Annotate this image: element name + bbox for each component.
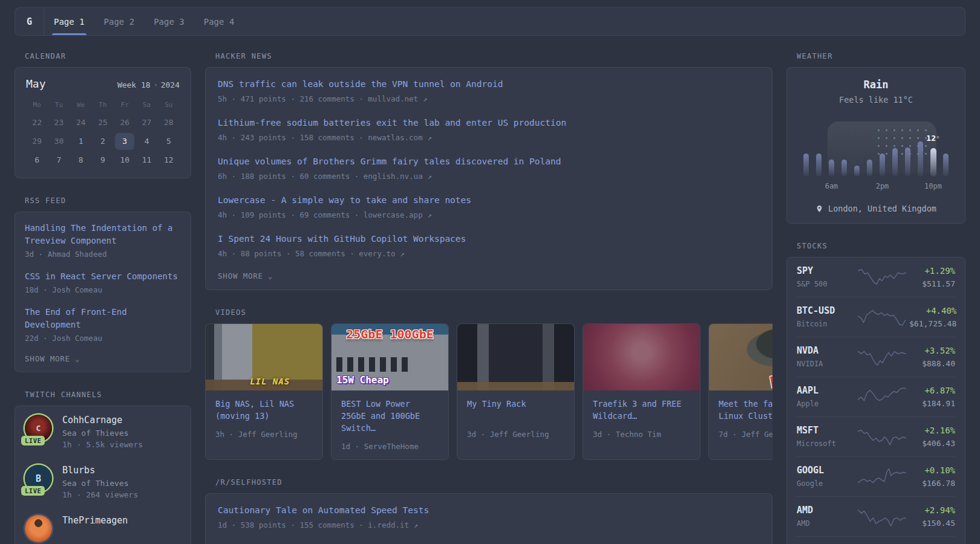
stock-row[interactable]: AAPL Apple +6.87% $184.91 — [797, 377, 955, 416]
video-thumbnail[interactable] — [457, 324, 574, 390]
calendar-day[interactable]: 11 — [136, 151, 157, 169]
calendar-day[interactable]: 23 — [48, 113, 70, 132]
channel-info: ThePrimeagen — [62, 515, 128, 542]
page-tab[interactable]: Page 4 — [202, 8, 237, 35]
video-thumbnail[interactable]: LIL NAS — [206, 324, 322, 390]
video-card[interactable]: 25GbE 100GbE 15W Cheap BEST Low Power 25… — [331, 323, 449, 460]
video-title[interactable]: BEST Low Power 25GbE and 100GbE Switch… — [341, 398, 439, 434]
video-thumbnail[interactable] — [583, 324, 700, 390]
rss-show-more-button[interactable]: SHOW MORE — [25, 354, 181, 363]
temperature-bar[interactable] — [905, 147, 910, 176]
stock-row[interactable]: AMD AMD +2.94% $150.45 — [797, 496, 955, 536]
video-card[interactable]: My Tiny Rack 3d · Jeff Geerling — [457, 323, 575, 460]
stock-row[interactable]: MSFT Microsoft +2.16% $406.43 — [797, 416, 955, 456]
hackernews-item: DNS traffic can leak outside the VPN tun… — [218, 78, 760, 103]
hackernews-item-title[interactable]: Unique volumes of Brothers Grimm fairy t… — [218, 155, 760, 168]
video-thumbnail[interactable]: FAS — [709, 324, 773, 390]
hackernews-item-title[interactable]: DNS traffic can leak outside the VPN tun… — [218, 78, 760, 91]
stock-name: Microsoft — [797, 439, 855, 448]
page-tab[interactable]: Page 1 — [52, 8, 87, 35]
temperature-bar[interactable] — [892, 148, 898, 176]
reddit-item-title[interactable]: Cautionary Tale on Automated Speed Tests — [218, 504, 760, 517]
stock-name: Bitcoin — [797, 320, 855, 328]
video-title[interactable]: Traefik 3 and FREE Wildcard… — [593, 398, 690, 422]
stock-row[interactable]: BTC-USD Bitcoin +4.40% $61,725.48 — [797, 297, 955, 337]
channel-info: CohhCarnage Sea of Thieves 1h · 5.5k vie… — [62, 415, 143, 449]
stock-name: S&P 500 — [797, 280, 855, 288]
weather-location[interactable]: London, United Kingdom — [797, 204, 955, 213]
hackernews-item-title[interactable]: I Spent 24 Hours with GitHub Copilot Wor… — [218, 233, 760, 245]
app-logo[interactable]: G — [15, 8, 44, 35]
temperature-bar[interactable] — [880, 154, 885, 176]
calendar-day[interactable]: 25 — [92, 113, 114, 132]
twitch-channel-row[interactable]: C LIVE CohhCarnage Sea of Thieves 1h · 5… — [25, 415, 181, 449]
calendar-day[interactable]: 6 — [26, 151, 48, 169]
channel-name[interactable]: Blurbs — [62, 465, 138, 476]
stock-name: AMD — [797, 519, 855, 528]
page-tab[interactable]: Page 3 — [152, 8, 186, 35]
calendar-day[interactable]: 3 — [115, 133, 134, 150]
temperature-bar[interactable] — [930, 148, 936, 176]
hackernews-item-meta[interactable]: 5h · 471 points · 216 comments · mullvad… — [218, 94, 760, 103]
stock-symbol: SPY — [797, 265, 855, 276]
calendar-day[interactable]: 22 — [26, 113, 48, 132]
temperature-bar[interactable] — [841, 160, 847, 176]
temperature-bar[interactable] — [854, 166, 860, 176]
stock-row[interactable]: GOOGL Google +0.10% $166.78 — [797, 456, 955, 496]
stock-row[interactable]: NVDA NVIDIA +3.52% $888.40 — [797, 337, 955, 377]
video-title[interactable]: Big NAS, Lil NAS (moving 13) — [215, 398, 313, 422]
video-title[interactable]: My Tiny Rack — [467, 398, 564, 422]
video-title[interactable]: Meet the fastest Linux Cluster — [719, 398, 773, 422]
calendar-day[interactable]: 30 — [48, 132, 70, 151]
calendar-day[interactable]: 7 — [48, 151, 70, 169]
hackernews-show-more-button[interactable]: SHOW MORE — [218, 271, 760, 280]
twitch-channel-row[interactable]: B LIVE Blurbs Sea of Thieves 1h · 264 vi… — [25, 465, 181, 499]
stock-change-percent: +2.94% — [909, 505, 955, 515]
calendar-day[interactable]: 5 — [158, 132, 180, 151]
calendar-day[interactable]: 10 — [114, 151, 136, 169]
hackernews-item-meta[interactable]: 4h · 243 points · 158 comments · newatla… — [218, 133, 760, 142]
stock-sparkline — [857, 386, 907, 407]
calendar-day[interactable]: 24 — [70, 113, 92, 132]
thumbnail-text-overlay-2: 15W Cheap — [336, 374, 389, 386]
calendar-day[interactable]: 29 — [26, 132, 48, 151]
temperature-bar[interactable] — [943, 154, 949, 176]
calendar-day[interactable]: 8 — [70, 151, 92, 169]
calendar-day[interactable]: 2 — [92, 132, 114, 151]
page-tab[interactable]: Page 2 — [102, 8, 137, 35]
stock-row[interactable]: SPY S&P 500 +1.29% $511.57 — [797, 257, 955, 297]
calendar-day[interactable]: 28 — [158, 113, 180, 132]
calendar-day[interactable]: 4 — [136, 132, 157, 151]
calendar-day[interactable]: 27 — [136, 113, 157, 132]
hackernews-item-meta[interactable]: 4h · 109 points · 69 comments · lowercas… — [218, 210, 760, 219]
videos-widget: VIDEOS LIL NAS Big NAS, Lil NAS (moving … — [205, 308, 773, 460]
channel-name[interactable]: ThePrimeagen — [62, 515, 128, 526]
video-card[interactable]: FAS Meet the fastest Linux Cluster 7d · … — [708, 323, 773, 460]
channel-name[interactable]: CohhCarnage — [62, 415, 143, 426]
calendar-day[interactable]: 26 — [114, 113, 136, 132]
hackernews-item-title[interactable]: Lithium-free sodium batteries exit the l… — [218, 117, 760, 129]
temperature-bar[interactable] — [829, 160, 834, 176]
rss-item-title[interactable]: Handling The Indentation of a Treeview C… — [25, 222, 181, 247]
hackernews-item-meta[interactable]: 6h · 188 points · 60 comments · english.… — [218, 172, 760, 181]
video-thumbnail[interactable]: 25GbE 100GbE 15W Cheap — [332, 324, 448, 390]
temperature-bar[interactable] — [803, 154, 809, 176]
stock-row[interactable]: RDDT -1.65% — [797, 536, 955, 544]
temperature-bar[interactable] — [816, 154, 822, 176]
stock-change-percent: +0.10% — [909, 465, 955, 475]
reddit-item-meta[interactable]: 1d · 538 points · 155 comments · i.redd.… — [218, 520, 760, 529]
temperature-bar[interactable] — [867, 160, 872, 176]
temperature-bar[interactable] — [918, 141, 923, 176]
hackernews-item-title[interactable]: Lowercase - A simple way to take and sha… — [218, 194, 760, 207]
temperature-bar-slot — [939, 123, 952, 176]
calendar-day[interactable]: 12 — [158, 151, 180, 169]
rss-item-title[interactable]: CSS in React Server Components — [25, 270, 181, 283]
twitch-channel-row[interactable]: LIVE ThePrimeagen — [25, 515, 181, 542]
calendar-day[interactable]: 1 — [70, 132, 92, 151]
hackernews-item-meta[interactable]: 4h · 88 points · 58 comments · every.to … — [218, 249, 760, 258]
rss-item-title[interactable]: The End of Front-End Development — [25, 306, 181, 331]
video-card[interactable]: Traefik 3 and FREE Wildcard… 3d · Techno… — [583, 323, 701, 460]
glance-dashboard: G Page 1 Page 2 Page 3 Page 4 CALENDAR — [0, 7, 980, 544]
video-card[interactable]: LIL NAS Big NAS, Lil NAS (moving 13) 3h … — [205, 323, 323, 460]
calendar-day[interactable]: 9 — [92, 151, 114, 169]
